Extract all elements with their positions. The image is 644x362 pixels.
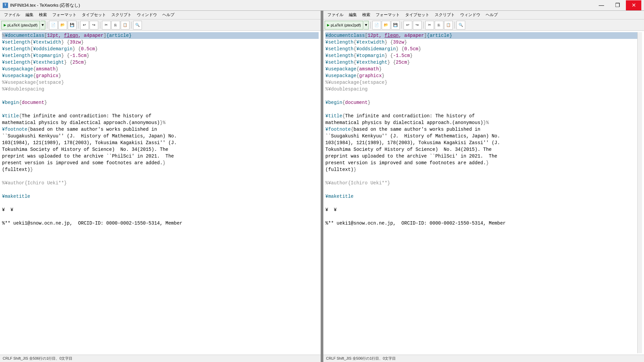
left-menu-window[interactable]: ウィンドウ: [134, 11, 160, 18]
right-code-line-11: ¥begin{document}: [325, 99, 637, 106]
left-menu-format[interactable]: フォーマット: [50, 11, 79, 18]
right-menu-bar: ファイル 編集 検索 フォーマット タイプセット スクリプト ウィンドウ ヘルプ: [323, 11, 644, 19]
code-line-25: ¥maketitle: [2, 193, 319, 200]
right-run-label: pLaTeX (ptex2pdf): [331, 23, 361, 27]
right-run-dropdown[interactable]: ▼: [364, 21, 369, 29]
right-code-line-27: ¥ ¥: [325, 206, 637, 213]
right-code-line-16: ``Suugakushi Kenkyuu'' (J. History of Ma…: [325, 133, 637, 139]
right-menu-script[interactable]: スクリプト: [432, 11, 458, 18]
code-line-27: ¥ ¥: [2, 206, 319, 213]
right-menu-file[interactable]: ファイル: [325, 11, 346, 18]
right-menu-edit[interactable]: 編集: [346, 11, 360, 18]
right-code-line-23: %¥author{Ichiro Ueki**}: [325, 180, 637, 186]
right-code-line-26: [325, 200, 637, 206]
right-search-btn[interactable]: 🔍: [457, 21, 465, 29]
right-code-line-8: %¥usepackage{setspace}: [325, 79, 637, 86]
right-code-line-28: [325, 213, 637, 220]
close-button[interactable]: ✕: [626, 0, 641, 10]
left-run-dropdown[interactable]: ▼: [41, 21, 45, 29]
code-line-17: 103(1984), 121(1989), 178(2003), Tokusim…: [2, 139, 319, 146]
code-line-16: ``Suugakushi Kenkyuu'' (J. History of Ma…: [2, 133, 319, 139]
code-line-26: [2, 200, 319, 206]
code-line-11: ¥begin{document}: [2, 99, 319, 106]
right-code-line-12: [325, 106, 637, 113]
right-code-line-29: %** ueki1@snow.ocn.ne.jp, ORCID-ID: 0000…: [325, 220, 637, 227]
minimize-button[interactable]: —: [594, 0, 609, 10]
window-title: INFINIt34.tex - TeXworks (応答なし): [10, 2, 594, 8]
left-save-btn[interactable]: 💾: [68, 21, 76, 29]
toolbar-sep-4: [131, 22, 131, 28]
right-code-area[interactable]: ¥documentclass[12pt, fleqn, a4paper]{art…: [323, 31, 644, 355]
left-menu-help[interactable]: ヘルプ: [160, 11, 177, 18]
right-code-line-21: (fulltext)}: [325, 166, 637, 173]
right-undo-btn[interactable]: ↩: [404, 21, 412, 29]
right-paste-btn[interactable]: 📋: [444, 21, 453, 29]
left-open-btn[interactable]: 📂: [58, 21, 67, 29]
code-line-4: ¥setlength{¥topmargin} {-1.5cm}: [2, 52, 319, 59]
left-run-label: pLaTeX (ptex2pdf): [7, 23, 38, 27]
left-redo-btn[interactable]: ↪: [90, 21, 98, 29]
right-open-btn[interactable]: 📂: [382, 21, 390, 29]
right-scrollbar[interactable]: [637, 32, 642, 353]
left-menu-search[interactable]: 検索: [36, 11, 50, 18]
left-menu-bar: ファイル 編集 検索 フォーマット タイプセット スクリプト ウィンドウ ヘルプ: [0, 11, 321, 19]
code-line-6: ¥usepackage{amsmath}: [2, 66, 319, 72]
left-run-button[interactable]: ▶ pLaTeX (ptex2pdf): [1, 21, 40, 29]
code-line-28: [2, 213, 319, 220]
right-status-text: CRLF Shift_JIS 全506行の1行目、0文字目: [326, 356, 396, 361]
right-code-line-10: [325, 93, 637, 99]
right-redo-btn[interactable]: ↪: [413, 21, 422, 29]
left-copy-btn[interactable]: ⎘: [111, 21, 120, 29]
right-save-btn[interactable]: 💾: [391, 21, 400, 29]
code-line-10: [2, 93, 319, 99]
left-status-bar: CRLF Shift_JIS 全506行の1行目、0文字目: [0, 355, 321, 362]
left-new-btn[interactable]: 📄: [49, 21, 58, 29]
left-menu-edit[interactable]: 編集: [23, 11, 36, 18]
right-code-line-19: preprint was uploaded to the archive ``P…: [325, 153, 637, 160]
left-cut-btn[interactable]: ✂: [102, 21, 111, 29]
left-status-text: CRLF Shift_JIS 全506行の1行目、0文字目: [3, 356, 72, 361]
code-line-13: ¥title{The infinite and contradiction: T…: [2, 113, 319, 119]
restore-button[interactable]: ❐: [610, 0, 625, 10]
left-menu-file[interactable]: ファイル: [1, 11, 23, 18]
right-code-line-15: ¥footnote{based on the same author's wor…: [325, 126, 637, 133]
right-menu-window[interactable]: ウィンドウ: [458, 11, 483, 18]
right-code-line-4: ¥setlength{¥topmargin} {-1.5cm}: [325, 52, 637, 59]
right-toolbar-sep-2: [401, 22, 402, 28]
right-run-button[interactable]: ▶ pLaTeX (ptex2pdf): [325, 21, 363, 29]
app-icon: T: [3, 3, 8, 8]
window-controls: — ❐ ✕: [594, 0, 641, 10]
right-toolbar-sep-3: [423, 22, 424, 28]
code-line-15: ¥footnote{based on the same author's wor…: [2, 126, 319, 133]
right-copy-btn[interactable]: ⎘: [435, 21, 443, 29]
right-code-line-24: [325, 186, 637, 193]
right-code-line-6: ¥usepackage{amsmath}: [325, 66, 637, 72]
code-line-21: (fulltext)}: [2, 166, 319, 173]
right-toolbar: ▶ pLaTeX (ptex2pdf) ▼ 📄 📂 💾 ↩ ↪ ✂ ⎘ 📋 🔍: [323, 19, 644, 31]
toolbar-sep-2: [78, 22, 78, 28]
toolbar-sep-3: [100, 22, 100, 28]
right-cut-btn[interactable]: ✂: [425, 21, 434, 29]
left-toolbar: ▶ pLaTeX (ptex2pdf) ▼ 📄 📂 💾 ↩ ↪ ✂ ⎘ 📋 🔍: [0, 19, 321, 31]
left-menu-script[interactable]: スクリプト: [109, 11, 134, 18]
left-code-area[interactable]: %¥documentclass[12pt, fleqn, a4paper]{ar…: [0, 31, 321, 355]
right-code-line-13: ¥title{The infinite and contradiction: T…: [325, 113, 637, 119]
right-menu-help[interactable]: ヘルプ: [483, 11, 500, 18]
right-new-btn[interactable]: 📄: [372, 21, 381, 29]
code-line-18: Tokushima Society of History of Science)…: [2, 146, 319, 153]
left-search-btn[interactable]: 🔍: [133, 21, 142, 29]
left-paste-btn[interactable]: 📋: [121, 21, 129, 29]
right-menu-format[interactable]: フォーマット: [373, 11, 402, 18]
code-line-7: ¥usepackage{graphicx}: [2, 72, 319, 79]
left-menu-typeset[interactable]: タイプセット: [79, 11, 109, 18]
right-code-line-14: mathematical physics by dialectical appr…: [325, 119, 637, 126]
right-menu-search[interactable]: 検索: [360, 11, 373, 18]
play-icon: ▶: [4, 23, 6, 27]
right-code-line-9: %¥doublespacing: [325, 86, 637, 93]
code-line-29: %** ueki1@snow.ocn.ne.jp, ORCID-ID: 0000…: [2, 220, 319, 227]
right-code-line-25: ¥maketitle: [325, 193, 637, 200]
code-line-12: [2, 106, 319, 113]
left-undo-btn[interactable]: ↩: [80, 21, 89, 29]
right-menu-typeset[interactable]: タイプセット: [402, 11, 432, 18]
right-code-line-22: [325, 173, 637, 180]
